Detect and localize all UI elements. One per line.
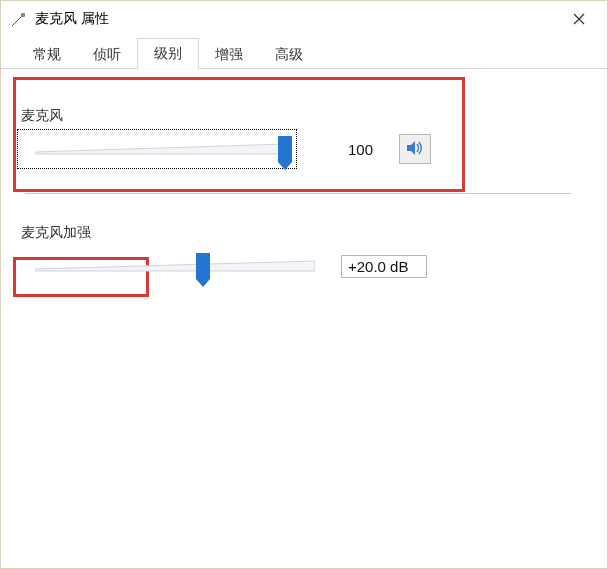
mic-mute-button[interactable] [399, 134, 431, 164]
boost-slider-track [35, 259, 315, 273]
speaker-icon [406, 140, 424, 159]
dialog-window: 麦克风 属性 常规 侦听 级别 增强 高级 麦克风 [0, 0, 608, 569]
microphone-app-icon [11, 11, 27, 27]
close-icon [573, 11, 585, 28]
divider [25, 193, 571, 194]
boost-slider[interactable] [23, 250, 323, 282]
mic-value: 100 [311, 141, 381, 158]
tab-strip: 常规 侦听 级别 增强 高级 [1, 37, 607, 69]
svg-marker-4 [35, 144, 285, 154]
titlebar: 麦克风 属性 [1, 1, 607, 37]
boost-label: 麦克风加强 [19, 224, 577, 242]
mic-label: 麦克风 [19, 107, 577, 125]
tab-listen[interactable]: 侦听 [77, 40, 137, 69]
mic-slider[interactable] [23, 133, 291, 165]
boost-value: +20.0 dB [341, 255, 427, 278]
tab-content-levels: 麦克风 100 [1, 69, 607, 284]
mic-boost-group: 麦克风加强 +20.0 dB [19, 224, 577, 284]
close-button[interactable] [557, 4, 601, 34]
tab-general[interactable]: 常规 [17, 40, 77, 69]
svg-rect-1 [21, 13, 25, 17]
tab-levels[interactable]: 级别 [137, 38, 199, 69]
boost-slider-thumb[interactable] [196, 253, 210, 279]
tab-enhance[interactable]: 增强 [199, 40, 259, 69]
tab-advanced[interactable]: 高级 [259, 40, 319, 69]
window-title: 麦克风 属性 [35, 10, 109, 28]
mic-slider-thumb[interactable] [278, 136, 292, 162]
svg-marker-6 [35, 261, 315, 271]
svg-marker-5 [407, 141, 415, 155]
mic-slider-track [35, 142, 285, 156]
mic-level-group: 麦克风 100 [19, 97, 577, 167]
